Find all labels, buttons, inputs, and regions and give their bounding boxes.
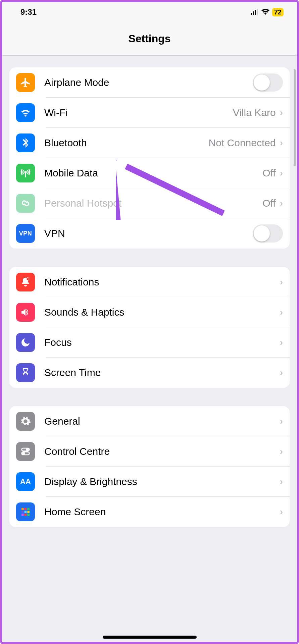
svg-rect-18 (24, 514, 27, 516)
chevron-right-icon: › (280, 446, 283, 457)
row-personal-hotspot[interactable]: Personal Hotspot Off › (9, 188, 290, 218)
row-display-brightness[interactable]: AA Display & Brightness › (9, 467, 290, 497)
bluetooth-icon (16, 133, 35, 152)
row-notifications[interactable]: Notifications › (9, 267, 290, 297)
svg-rect-2 (255, 10, 256, 15)
row-vpn[interactable]: VPN VPN (9, 218, 290, 249)
chevron-right-icon: › (280, 277, 283, 287)
svg-point-10 (23, 452, 25, 454)
switches-icon (16, 442, 35, 461)
row-label: Home Screen (44, 506, 280, 518)
aa-icon: AA (16, 472, 35, 491)
row-screen-time[interactable]: Screen Time › (9, 358, 290, 388)
scrollbar-indicator (294, 69, 296, 166)
row-label: Screen Time (44, 367, 280, 378)
row-label: Wi-Fi (44, 107, 233, 118)
home-indicator (103, 636, 197, 639)
row-label: Control Centre (44, 446, 280, 457)
row-home-screen[interactable]: Home Screen › (9, 497, 290, 527)
settings-content: Airplane Mode Wi-Fi Villa Karo › Bluetoo… (2, 56, 297, 642)
svg-rect-3 (257, 9, 258, 15)
chevron-right-icon: › (280, 337, 283, 348)
svg-point-6 (27, 278, 29, 280)
antenna-icon (16, 164, 35, 182)
speaker-icon (16, 303, 35, 322)
svg-rect-17 (21, 514, 24, 516)
status-bar: 9:31 72 (2, 2, 297, 22)
row-label: Mobile Data (44, 167, 262, 179)
svg-rect-19 (27, 514, 30, 516)
page-title: Settings (2, 22, 297, 56)
row-mobile-data[interactable]: Mobile Data Off › (9, 158, 290, 188)
row-sounds-haptics[interactable]: Sounds & Haptics › (9, 297, 290, 327)
row-label: Airplane Mode (44, 77, 253, 88)
svg-rect-12 (24, 508, 27, 510)
row-label: Sounds & Haptics (44, 307, 280, 318)
wifi-status-icon (261, 7, 269, 17)
row-focus[interactable]: Focus › (9, 327, 290, 358)
row-label: Focus (44, 337, 280, 348)
chevron-right-icon: › (280, 168, 283, 178)
chevron-right-icon: › (280, 307, 283, 318)
row-label: Bluetooth (44, 137, 209, 149)
row-label: Display & Brightness (44, 476, 280, 487)
cellular-icon (251, 7, 259, 17)
row-bluetooth[interactable]: Bluetooth Not Connected › (9, 128, 290, 158)
row-airplane-mode[interactable]: Airplane Mode (9, 67, 290, 98)
svg-rect-15 (24, 511, 27, 513)
row-label: Notifications (44, 276, 280, 288)
status-right: 72 (251, 7, 284, 17)
svg-rect-0 (251, 13, 252, 15)
row-value: Off (262, 167, 276, 179)
settings-group-alerts: Notifications › Sounds & Haptics › Focus… (9, 267, 290, 388)
chevron-right-icon: › (280, 367, 283, 378)
airplane-switch[interactable] (253, 73, 283, 92)
chevron-right-icon: › (280, 506, 283, 517)
settings-group-system: General › Control Centre › AA Display & … (9, 406, 290, 527)
svg-point-8 (27, 449, 29, 451)
chevron-right-icon: › (280, 416, 283, 427)
row-value: Villa Karo (233, 107, 276, 118)
row-label: General (44, 416, 280, 427)
vpn-icon: VPN (16, 224, 35, 243)
moon-icon (16, 333, 35, 352)
airplane-icon (16, 73, 35, 92)
row-value: Not Connected (209, 137, 276, 149)
chevron-right-icon: › (280, 138, 283, 148)
status-time: 9:31 (20, 7, 37, 17)
vpn-switch[interactable] (253, 224, 283, 243)
row-control-centre[interactable]: Control Centre › (9, 436, 290, 467)
svg-rect-14 (21, 511, 24, 513)
svg-rect-11 (21, 508, 24, 510)
row-label: VPN (44, 228, 253, 239)
chevron-right-icon: › (280, 107, 283, 118)
wifi-icon (16, 103, 35, 122)
bell-icon (16, 273, 35, 291)
row-value: Off (262, 198, 276, 209)
gear-icon (16, 412, 35, 431)
grid-icon (16, 502, 35, 521)
svg-rect-1 (253, 11, 254, 15)
hourglass-icon (16, 363, 35, 382)
row-general[interactable]: General › (9, 406, 290, 436)
settings-group-connectivity: Airplane Mode Wi-Fi Villa Karo › Bluetoo… (9, 67, 290, 249)
row-label: Personal Hotspot (44, 198, 262, 209)
svg-rect-16 (27, 511, 30, 513)
battery-percent: 72 (272, 8, 284, 16)
hotspot-icon (16, 194, 35, 213)
row-wifi[interactable]: Wi-Fi Villa Karo › (9, 98, 290, 128)
chevron-right-icon: › (280, 198, 283, 209)
chevron-right-icon: › (280, 476, 283, 487)
svg-rect-13 (27, 508, 30, 510)
